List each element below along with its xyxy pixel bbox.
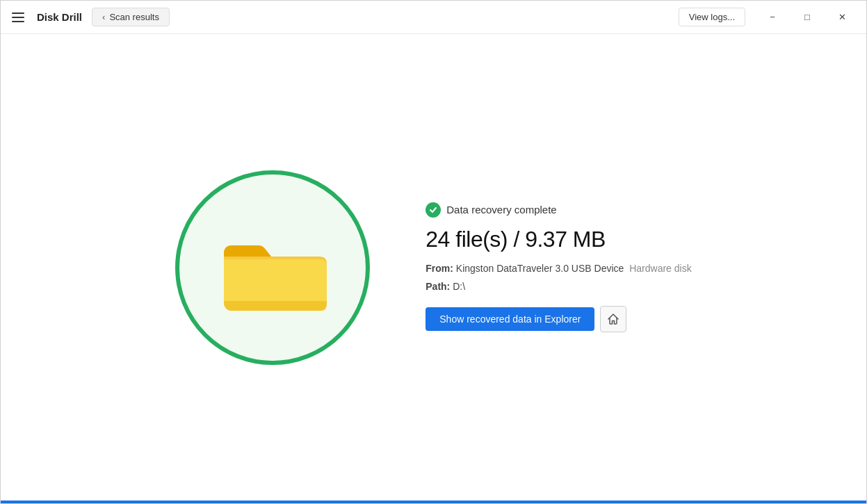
title-bar-left: Disk Drill ‹ Scan results <box>9 8 170 26</box>
path-label: Path: <box>426 281 450 292</box>
folder-icon <box>217 219 328 316</box>
menu-icon[interactable] <box>9 10 27 25</box>
device-type: Hardware disk <box>629 263 691 274</box>
info-panel: Data recovery complete 24 file(s) / 9.37… <box>426 202 691 332</box>
action-row: Show recovered data in Explorer <box>426 306 691 332</box>
from-row: From: Kingston DataTraveler 3.0 USB Devi… <box>426 263 691 274</box>
folder-illustration <box>175 170 370 365</box>
bottom-accent-bar <box>1 501 866 503</box>
path-row: Path: D:\ <box>426 281 691 292</box>
main-content: Data recovery complete 24 file(s) / 9.37… <box>1 34 866 501</box>
minimize-button[interactable]: − <box>756 6 788 29</box>
title-bar-right: View logs... − □ ✕ <box>679 6 858 29</box>
scan-results-label: Scan results <box>109 12 159 22</box>
close-button[interactable]: ✕ <box>826 6 858 29</box>
home-icon <box>607 313 619 325</box>
title-bar: Disk Drill ‹ Scan results View logs... −… <box>1 1 866 34</box>
view-logs-button[interactable]: View logs... <box>679 8 745 26</box>
show-explorer-button[interactable]: Show recovered data in Explorer <box>426 307 594 331</box>
files-count: 24 file(s) / 9.37 MB <box>426 227 691 252</box>
maximize-button[interactable]: □ <box>791 6 823 29</box>
from-label: From: <box>426 263 453 274</box>
home-button[interactable] <box>600 306 626 332</box>
path-value: D:\ <box>453 281 465 292</box>
back-arrow-icon: ‹ <box>102 12 105 22</box>
status-row: Data recovery complete <box>426 202 691 218</box>
check-circle-icon <box>426 202 441 218</box>
status-text: Data recovery complete <box>446 204 556 216</box>
app-title: Disk Drill <box>37 11 82 23</box>
folder-circle <box>175 170 370 365</box>
scan-results-button[interactable]: ‹ Scan results <box>92 8 170 26</box>
from-device: Kingston DataTraveler 3.0 USB Device <box>456 263 624 274</box>
